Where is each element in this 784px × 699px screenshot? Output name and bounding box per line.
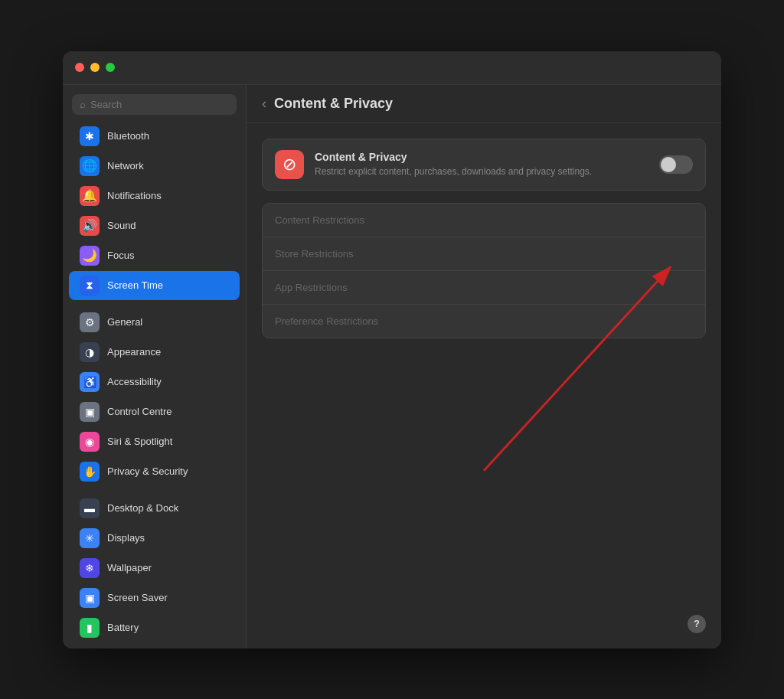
close-button[interactable]	[75, 63, 84, 72]
sidebar-item-label-desktop-dock: Desktop & Dock	[107, 502, 178, 514]
sidebar-item-screen-time[interactable]: ⧗Screen Time	[69, 271, 240, 300]
search-bar[interactable]: ⌕	[72, 94, 237, 115]
help-button[interactable]: ?	[688, 615, 706, 633]
content-restrictions-label: Content Restrictions	[275, 214, 364, 226]
store-restrictions-label: Store Restrictions	[275, 248, 354, 260]
sidebar-item-focus[interactable]: 🌙Focus	[69, 241, 240, 270]
screen-saver-icon: ▣	[80, 588, 100, 608]
bluetooth-icon: ✱	[80, 126, 100, 146]
sidebar-item-desktop-dock[interactable]: ▬Desktop & Dock	[69, 494, 240, 523]
sidebar-item-general[interactable]: ⚙General	[69, 308, 240, 337]
app-restrictions-item[interactable]: App Restrictions	[263, 271, 705, 305]
content-body: ⊘ Content & Privacy Restrict explicit co…	[247, 123, 721, 648]
arrow-annotation	[247, 123, 721, 648]
sidebar-separator-6	[63, 301, 246, 307]
sidebar-item-label-siri-spotlight: Siri & Spotlight	[107, 436, 172, 447]
screen-time-icon: ⧗	[80, 276, 100, 296]
sidebar-item-label-battery: Battery	[107, 622, 139, 633]
sidebar-item-wallpaper[interactable]: ❄Wallpaper	[69, 554, 240, 583]
main-layout: ⌕ ✱Bluetooth🌐Network🔔Notifications🔊Sound…	[63, 85, 721, 648]
content-area: ‹ Content & Privacy ⊘ Content & Privacy …	[247, 85, 721, 648]
sidebar-item-sound[interactable]: 🔊Sound	[69, 211, 240, 240]
sidebar-item-label-screen-time: Screen Time	[107, 279, 163, 291]
sidebar-item-label-network: Network	[107, 160, 144, 171]
siri-icon: ◉	[80, 432, 100, 452]
toggle-knob	[661, 157, 676, 172]
sidebar-item-label-screen-saver: Screen Saver	[107, 592, 168, 603]
sidebar-item-network[interactable]: 🌐Network	[69, 152, 240, 181]
store-restrictions-item[interactable]: Store Restrictions	[263, 237, 705, 271]
minimize-button[interactable]	[90, 63, 100, 72]
privacy-icon: ✋	[80, 462, 100, 482]
content-title: Content & Privacy	[274, 96, 393, 112]
sidebar-item-screen-saver[interactable]: ▣Screen Saver	[69, 583, 240, 612]
sidebar-item-label-focus: Focus	[107, 250, 134, 261]
no-sign-icon: ⊘	[283, 155, 296, 175]
sidebar-item-label-appearance: Appearance	[107, 346, 161, 358]
sidebar: ⌕ ✱Bluetooth🌐Network🔔Notifications🔊Sound…	[63, 85, 247, 648]
sidebar-item-label-displays: Displays	[107, 532, 145, 544]
focus-icon: 🌙	[80, 246, 100, 266]
sidebar-item-privacy-security[interactable]: ✋Privacy & Security	[69, 457, 240, 486]
search-icon: ⌕	[80, 99, 86, 110]
card-text: Content & Privacy Restrict explicit cont…	[315, 151, 648, 178]
sidebar-item-accessibility[interactable]: ♿Accessibility	[69, 367, 240, 397]
sidebar-item-notifications[interactable]: 🔔Notifications	[69, 181, 240, 211]
sidebar-item-bluetooth[interactable]: ✱Bluetooth	[69, 122, 240, 151]
sidebar-item-label-sound: Sound	[107, 220, 136, 231]
desktop-icon: ▬	[80, 498, 100, 518]
sidebar-separator-13	[63, 487, 246, 493]
maximize-button[interactable]	[106, 63, 115, 72]
content-privacy-card: ⊘ Content & Privacy Restrict explicit co…	[262, 139, 706, 191]
card-title: Content & Privacy	[315, 151, 648, 163]
general-icon: ⚙	[80, 312, 100, 332]
notifications-icon: 🔔	[80, 186, 100, 206]
network-icon: 🌐	[80, 156, 100, 176]
preference-restrictions-item[interactable]: Preference Restrictions	[263, 305, 705, 338]
sidebar-item-label-wallpaper: Wallpaper	[107, 562, 152, 573]
displays-icon: ✳	[80, 528, 100, 548]
wallpaper-icon: ❄	[80, 558, 100, 578]
sidebar-item-label-privacy-security: Privacy & Security	[107, 465, 188, 477]
traffic-lights	[75, 63, 115, 72]
sidebar-item-battery[interactable]: ▮Battery	[69, 613, 240, 642]
control-centre-icon: ▣	[80, 402, 100, 422]
accessibility-icon: ♿	[80, 372, 100, 392]
preference-restrictions-label: Preference Restrictions	[275, 315, 378, 327]
battery-icon: ▮	[80, 618, 100, 638]
content-privacy-toggle[interactable]	[659, 155, 693, 174]
main-window: ⌕ ✱Bluetooth🌐Network🔔Notifications🔊Sound…	[63, 51, 721, 648]
sidebar-item-appearance[interactable]: ◑Appearance	[69, 338, 240, 367]
content-restrictions-item[interactable]: Content Restrictions	[263, 204, 705, 237]
restrictions-card: Content Restrictions Store Restrictions …	[262, 203, 706, 338]
sidebar-item-label-general: General	[107, 316, 142, 328]
sidebar-item-label-accessibility: Accessibility	[107, 376, 162, 387]
sidebar-item-label-control-centre: Control Centre	[107, 406, 172, 417]
sidebar-item-control-centre[interactable]: ▣Control Centre	[69, 397, 240, 426]
sound-icon: 🔊	[80, 216, 100, 236]
app-restrictions-label: App Restrictions	[275, 282, 348, 293]
sidebar-item-displays[interactable]: ✳Displays	[69, 524, 240, 553]
appearance-icon: ◑	[80, 342, 100, 362]
card-description: Restrict explicit content, purchases, do…	[315, 165, 648, 178]
search-input[interactable]	[90, 99, 229, 110]
back-button[interactable]: ‹	[262, 96, 266, 110]
sidebar-item-label-notifications: Notifications	[107, 190, 162, 201]
content-privacy-icon: ⊘	[275, 150, 304, 179]
sidebar-item-label-bluetooth: Bluetooth	[107, 130, 149, 142]
sidebar-items: ✱Bluetooth🌐Network🔔Notifications🔊Sound🌙F…	[63, 121, 246, 643]
sidebar-item-siri-spotlight[interactable]: ◉Siri & Spotlight	[69, 427, 240, 456]
content-header: ‹ Content & Privacy	[247, 85, 721, 123]
titlebar	[63, 51, 721, 85]
